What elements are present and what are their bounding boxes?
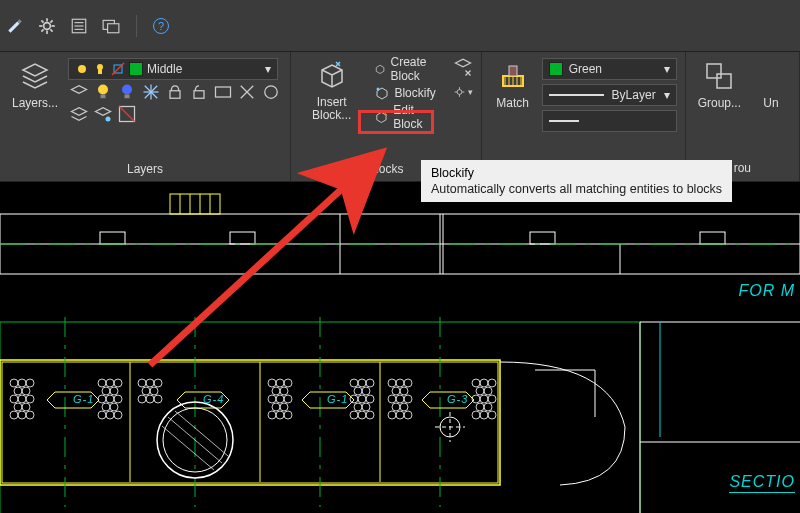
svg-point-159 — [472, 411, 480, 419]
svg-point-130 — [366, 395, 374, 403]
layer-name: Middle — [147, 62, 182, 76]
svg-point-99 — [98, 411, 106, 419]
layer-tool-icon[interactable] — [92, 104, 114, 124]
svg-point-0 — [44, 22, 51, 29]
svg-point-89 — [98, 379, 106, 387]
svg-rect-58 — [530, 232, 555, 244]
svg-point-118 — [272, 403, 280, 411]
layer-color-swatch — [129, 62, 143, 76]
svg-rect-57 — [230, 232, 255, 244]
svg-point-109 — [154, 395, 162, 403]
color-dropdown[interactable]: Green ▾ — [542, 58, 677, 80]
layer-tool-icon[interactable] — [116, 104, 138, 124]
bulb-on-icon[interactable] — [92, 82, 114, 102]
edit-block-icon — [374, 109, 389, 125]
linetype-dropdown[interactable]: ByLayer ▾ — [542, 84, 677, 106]
svg-point-139 — [392, 387, 400, 395]
list-icon[interactable] — [70, 17, 88, 35]
lineweight-dropdown[interactable] — [542, 110, 677, 132]
svg-point-122 — [284, 411, 292, 419]
match-icon — [497, 60, 529, 92]
svg-rect-28 — [170, 91, 180, 99]
svg-line-7 — [50, 20, 52, 22]
tooltip: Blockify Automatically converts all matc… — [421, 160, 732, 202]
tooltip-title: Blockify — [431, 166, 722, 180]
svg-point-132 — [362, 403, 370, 411]
layer-tool-icon[interactable] — [212, 82, 234, 102]
svg-point-160 — [480, 411, 488, 419]
group-button[interactable]: Group... — [694, 58, 745, 112]
ungroup-icon — [755, 60, 787, 92]
layer-tools-row3 — [68, 104, 282, 124]
block-gear-icon[interactable]: ▾ — [453, 82, 473, 102]
insert-block-button[interactable]: Insert Block... — [299, 58, 364, 124]
svg-point-95 — [106, 395, 114, 403]
window-icon[interactable] — [102, 17, 120, 35]
blockify-button[interactable]: Blockify — [370, 82, 446, 104]
ungroup-label: Un — [763, 96, 778, 110]
svg-point-151 — [488, 379, 496, 387]
svg-point-156 — [488, 395, 496, 403]
bulb-off-icon[interactable] — [116, 82, 138, 102]
edit-block-button[interactable]: Edit Block — [370, 106, 446, 128]
svg-point-101 — [114, 411, 122, 419]
svg-point-34 — [377, 88, 380, 91]
svg-point-140 — [400, 387, 408, 395]
tooltip-body: Automatically converts all matching enti… — [431, 182, 722, 196]
unlock-icon[interactable] — [188, 82, 210, 102]
svg-point-116 — [276, 395, 284, 403]
room-label: G-1 — [327, 393, 348, 405]
svg-point-136 — [388, 379, 396, 387]
insert-block-label: Insert Block... — [303, 96, 360, 122]
svg-line-165 — [175, 411, 228, 456]
edit-block-label: Edit Block — [393, 103, 442, 131]
gear-icon[interactable] — [38, 17, 56, 35]
lock-icon[interactable] — [164, 82, 186, 102]
svg-line-8 — [41, 29, 43, 31]
svg-point-143 — [404, 395, 412, 403]
chevron-down-icon: ▾ — [265, 62, 271, 76]
svg-point-157 — [476, 403, 484, 411]
svg-point-138 — [404, 379, 412, 387]
create-block-label: Create Block — [391, 55, 443, 83]
room-label: G-4 — [203, 393, 224, 405]
layers-button[interactable]: Layers... — [8, 58, 62, 112]
svg-rect-17 — [98, 69, 102, 74]
svg-point-106 — [150, 387, 158, 395]
match-label: Match — [496, 96, 529, 110]
drawing-viewport[interactable]: G-1 G-4 G-1 G-3 FOR M SECTIO — [0, 182, 800, 513]
svg-point-98 — [110, 403, 118, 411]
ungroup-button[interactable]: Un — [751, 58, 791, 112]
layer-tool-icon[interactable] — [260, 82, 282, 102]
svg-point-83 — [26, 395, 34, 403]
svg-point-119 — [280, 403, 288, 411]
svg-point-161 — [488, 411, 496, 419]
note-text: FOR M — [738, 282, 795, 300]
svg-point-125 — [366, 379, 374, 387]
color-value: Green — [569, 62, 602, 76]
quick-access-toolbar: ? — [0, 0, 800, 52]
svg-point-155 — [480, 395, 488, 403]
layer-dropdown[interactable]: Middle ▾ — [68, 58, 278, 80]
svg-point-135 — [366, 411, 374, 419]
freeze-icon[interactable] — [140, 82, 162, 102]
svg-rect-59 — [700, 232, 725, 244]
layer-tool-icon[interactable] — [68, 82, 90, 102]
layer-tool-icon[interactable] — [68, 104, 90, 124]
svg-point-124 — [358, 379, 366, 387]
svg-point-31 — [265, 86, 278, 99]
svg-point-76 — [10, 379, 18, 387]
match-button[interactable]: Match — [490, 58, 536, 112]
layer-tool-icon[interactable] — [236, 82, 258, 102]
paint-icon[interactable] — [6, 17, 24, 35]
svg-point-158 — [484, 403, 492, 411]
svg-point-149 — [472, 379, 480, 387]
svg-point-146 — [388, 411, 396, 419]
svg-point-133 — [350, 411, 358, 419]
block-extra-icon[interactable] — [453, 58, 473, 78]
help-icon[interactable]: ? — [153, 18, 169, 34]
create-block-button[interactable]: Create Block — [370, 58, 446, 80]
svg-point-92 — [102, 387, 110, 395]
blockify-icon — [374, 85, 390, 101]
svg-rect-56 — [100, 232, 125, 244]
